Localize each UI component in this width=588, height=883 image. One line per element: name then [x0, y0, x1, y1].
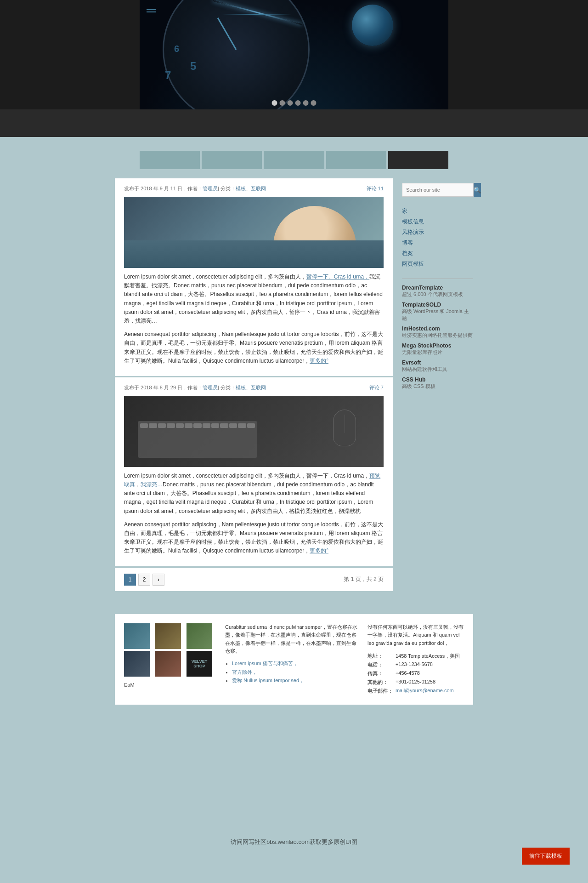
post-separator-2	[115, 566, 393, 568]
nav-tab-5[interactable]	[388, 151, 448, 169]
partner-dreamtemplate-name[interactable]: DreamTemplate	[402, 285, 473, 291]
footer-text-col: Curabitur sed urna id nunc pulvinar semp…	[225, 623, 358, 696]
footer-list-link-1[interactable]: Lorem ipsum 痛苦与和痛苦，	[232, 661, 298, 666]
partner-dreamtemplate-desc: 超过 6,000 个代表网页模板	[402, 291, 473, 298]
footer-list-link-3[interactable]: 爱称 Nullus ipsum tempor sed，	[232, 678, 304, 683]
contact-value-address: 1458 TemplateAccess，美国	[396, 652, 464, 661]
partner-evrsoft-name[interactable]: Evrsoft	[402, 359, 473, 366]
nav-tabs-inner	[140, 151, 448, 169]
post-2-author[interactable]: 管理员	[203, 385, 218, 390]
contact-label-address: 地址：	[368, 652, 396, 661]
post-2-cat2[interactable]: 互联网	[251, 385, 266, 390]
page-btn-2[interactable]: 2	[138, 574, 150, 586]
footer-img-grid-row2: VELVET SHOP	[124, 651, 216, 677]
hamburger-menu[interactable]	[147, 7, 156, 14]
nav-tab-2[interactable]	[202, 151, 262, 169]
post-1-author[interactable]: 管理员	[203, 186, 218, 191]
sidebar-item-home[interactable]: 家	[402, 206, 473, 216]
sidebar: 🔍 家 模板信息 风格演示 博客 档案 网页模板 DreamTemplate 超…	[402, 178, 473, 591]
contact-label-email: 电子邮件：	[368, 687, 396, 695]
post-2-text: Lorem ipsum dolor sit amet，consectetuer …	[124, 472, 384, 516]
post-2-readmore[interactable]: 更多的°	[310, 547, 328, 554]
footer-thumb-4[interactable]	[124, 651, 150, 677]
sidebar-item-archive[interactable]: 档案	[402, 248, 473, 259]
slider-dot-3[interactable]	[288, 100, 293, 106]
partner-imhosted-name[interactable]: ImHosted.com	[402, 325, 473, 332]
post-2-bold: Aenean consequat porttitor adipiscing，Na…	[124, 520, 384, 556]
footer-inner: VELVET SHOP EaM Curabitur sed urna id nu…	[115, 614, 473, 705]
post-1-text: Lorem ipsum dolor sit amet，consectetuer …	[124, 273, 384, 325]
post-1-meta-text: 发布于 2018 年 9 月 11 日，作者：管理员| 分类：模板、互联网	[124, 185, 266, 192]
search-button[interactable]: 🔍	[474, 183, 481, 197]
hero-image-container: 3 4 5 6 7	[140, 0, 448, 109]
slider-dot-2[interactable]	[280, 100, 285, 106]
sidebar-item-template-info[interactable]: 模板信息	[402, 216, 473, 227]
clock-visual: 3 4 5 6 7	[140, 0, 448, 109]
post-1-cat2[interactable]: 互联网	[251, 186, 266, 191]
download-button[interactable]: 前往下载模板	[522, 848, 570, 865]
partner-evrsoft-desc: 网站构建软件和工具	[402, 366, 473, 373]
post-1-link1[interactable]: 暂停一下。Cras id urna，	[306, 273, 369, 280]
footer-img-grid-row1	[124, 623, 216, 649]
post-2-meta-text: 发布于 2018 年 8 月 29 日，作者：管理员| 分类：模板、互联网	[124, 384, 266, 391]
footer-thumb-5[interactable]	[155, 651, 181, 677]
footer-section: VELVET SHOP EaM Curabitur sed urna id nu…	[0, 605, 588, 705]
search-input[interactable]	[402, 183, 474, 197]
sidebar-partners: DreamTemplate 超过 6,000 个代表网页模板 TemplateS…	[402, 285, 473, 390]
contact-value-phone: +123-1234-5678	[396, 661, 464, 669]
partner-csshub-name[interactable]: CSS Hub	[402, 376, 473, 383]
post-1: 发布于 2018 年 9 月 11 日，作者：管理员| 分类：模板、互联网 评论…	[115, 178, 393, 376]
sidebar-nav: 家 模板信息 风格演示 博客 档案 网页模板	[402, 206, 473, 269]
contact-row-fax: 传真： +456-4578	[368, 669, 464, 678]
globe-decoration	[352, 5, 393, 46]
footer-description: Curabitur sed urna id nunc pulvinar semp…	[225, 623, 358, 655]
main-inner: 发布于 2018 年 9 月 11 日，作者：管理员| 分类：模板、互联网 评论…	[115, 178, 473, 591]
nav-tab-1[interactable]	[140, 151, 200, 169]
post-1-image	[124, 197, 384, 268]
post-1-meta: 发布于 2018 年 9 月 11 日，作者：管理员| 分类：模板、互联网 评论…	[124, 185, 384, 192]
post-2-cat1[interactable]: 模板	[236, 385, 246, 390]
sidebar-item-blog[interactable]: 博客	[402, 238, 473, 248]
slider-dot-4[interactable]	[295, 100, 301, 106]
post-2-link2[interactable]: 我漂亮…	[141, 481, 163, 488]
post-2-image	[124, 396, 384, 467]
nav-tabs-row	[0, 151, 588, 178]
post-2-comments[interactable]: 评论 7	[369, 384, 384, 391]
sidebar-divider	[402, 279, 473, 279]
post-1-comments[interactable]: 评论 11	[367, 185, 384, 192]
partner-templatesold-name[interactable]: TemplateSOLD	[402, 302, 473, 308]
post-1-readmore[interactable]: 更多的°	[310, 358, 328, 364]
partner-evrsoft: Evrsoft 网站构建软件和工具	[402, 359, 473, 373]
footer-list-link-2[interactable]: 官方除外，	[232, 669, 257, 675]
content-left: 发布于 2018 年 9 月 11 日，作者：管理员| 分类：模板、互联网 评论…	[115, 178, 393, 591]
post-1-bold: Aenean consequat porttitor adipiscing，Na…	[124, 330, 384, 365]
sidebar-item-style-demo[interactable]: 风格演示	[402, 227, 473, 238]
partner-megastockphotos-name[interactable]: Mega StockPhotos	[402, 342, 473, 349]
partner-imhosted: ImHosted.com 经济实惠的网络托管服务提供商	[402, 325, 473, 339]
footer-thumb-3[interactable]	[187, 623, 212, 649]
nav-tab-4[interactable]	[326, 151, 386, 169]
clock-face	[163, 0, 310, 109]
page-info: 第 1 页，共 2 页	[344, 575, 384, 583]
contact-row-address: 地址： 1458 TemplateAccess，美国	[368, 652, 464, 661]
footer-thumb-6-label: VELVET SHOP	[187, 659, 211, 668]
main-wrapper: 发布于 2018 年 9 月 11 日，作者：管理员| 分类：模板、互联网 评论…	[0, 178, 588, 605]
footer-thumb-6[interactable]: VELVET SHOP	[187, 651, 212, 677]
contact-value-fax: +456-4578	[396, 669, 464, 678]
post-1-cat1[interactable]: 模板	[236, 186, 246, 191]
page-btn-1[interactable]: 1	[124, 574, 136, 586]
footer-thumb-2[interactable]	[155, 623, 181, 649]
slider-dot-5[interactable]	[303, 100, 309, 106]
post-2: 发布于 2018 年 8 月 29 日，作者：管理员| 分类：模板、互联网 评论…	[115, 377, 393, 566]
footer-thumb-1[interactable]	[124, 623, 150, 649]
slider-dot-1[interactable]	[272, 100, 277, 106]
hero-section: 3 4 5 6 7	[0, 0, 588, 109]
slider-dot-6[interactable]	[311, 100, 317, 106]
footer-images: VELVET SHOP EaM	[124, 623, 216, 696]
pagination: 1 2 › 第 1 页，共 2 页	[115, 568, 393, 591]
contact-email-link[interactable]: mail@yours@ename.com	[396, 688, 454, 693]
nav-tab-3[interactable]	[264, 151, 324, 169]
sidebar-item-web-template[interactable]: 网页模板	[402, 259, 473, 269]
page-btn-next[interactable]: ›	[153, 574, 164, 586]
hero-image: 3 4 5 6 7	[140, 0, 448, 109]
